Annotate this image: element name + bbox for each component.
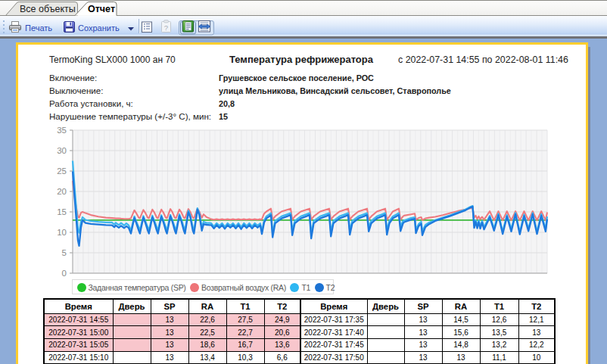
svg-text:25: 25: [57, 166, 67, 176]
svg-text:10: 10: [57, 228, 67, 237]
svg-text:15: 15: [57, 207, 67, 216]
svg-text:35: 35: [57, 126, 67, 135]
svg-text:0: 0: [62, 269, 67, 278]
svg-text:30: 30: [57, 146, 67, 155]
svg-text:5: 5: [62, 248, 67, 257]
svg-text:20: 20: [57, 187, 67, 196]
